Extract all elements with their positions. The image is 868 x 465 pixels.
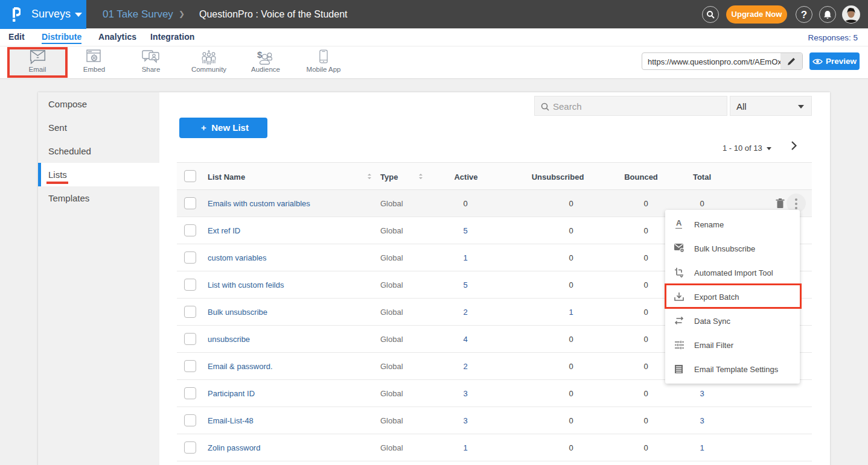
svg-text:$: $ [257,49,263,60]
